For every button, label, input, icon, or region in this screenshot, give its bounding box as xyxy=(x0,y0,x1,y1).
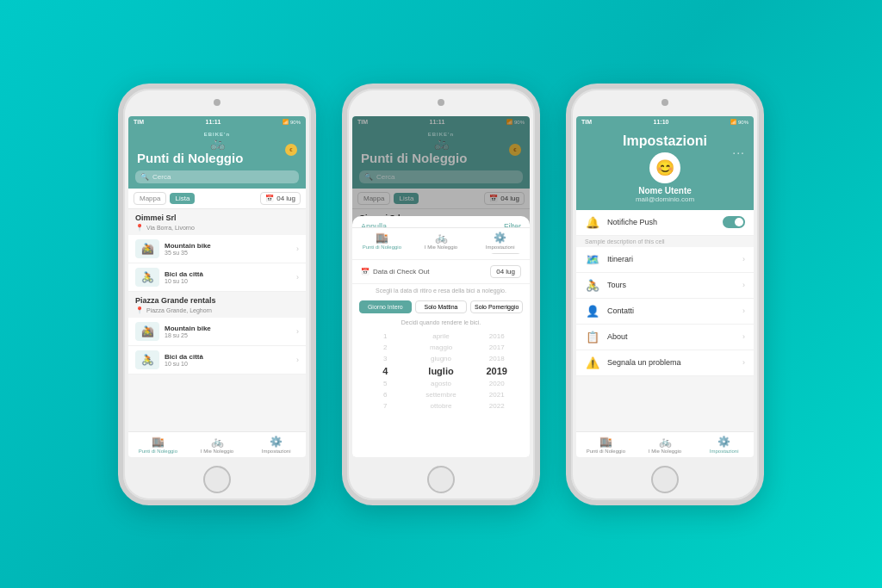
tab-mappa-1[interactable]: Mappa xyxy=(134,192,166,205)
carrier-1: TIM xyxy=(134,119,144,125)
rental-item-1-1-0[interactable]: 🚵 Mountain bike 18 su 25 › xyxy=(128,318,306,346)
user-email: mail@dominio.com xyxy=(636,195,694,203)
nav-imp-icon-3: ⚙️ xyxy=(717,436,730,448)
phone-3: TIM 11:10 📶 90% Impostazioni ··· 😊 Nome … xyxy=(566,84,764,505)
nav-imp-3[interactable]: ⚙️ Impostazioni xyxy=(694,436,754,454)
more-icon[interactable]: ··· xyxy=(732,145,745,159)
push-toggle[interactable] xyxy=(723,216,745,228)
contacts-icon: 👤 xyxy=(585,305,600,318)
pin-icon-1-0: 📍 xyxy=(135,224,144,232)
home-btn-2[interactable] xyxy=(427,466,455,493)
date-btn-1[interactable]: 📅 04 lug xyxy=(260,192,301,205)
chevron-icon-segnala: › xyxy=(742,358,745,367)
nav-imp-2[interactable]: ⚙️ Impostazioni xyxy=(470,232,530,250)
picker-day-col: 1 2 3 4 5 6 7 xyxy=(361,331,410,411)
check-out-value[interactable]: 04 lug xyxy=(490,265,521,278)
status-bar-1: TIM 11:11 📶 90% xyxy=(128,116,306,128)
picker-year-7: 2022 xyxy=(489,401,505,411)
tab-lista-1[interactable]: Lista xyxy=(170,193,195,204)
chevron-icon-1-0-0: › xyxy=(296,244,299,253)
settings-item-about[interactable]: 📋 About › xyxy=(576,325,754,350)
nav-punti-3[interactable]: 🏬 Punti di Noleggio xyxy=(576,436,636,454)
notifications-label: Notifiche Push xyxy=(607,218,716,226)
settings-item-itinerari[interactable]: 🗺️ Itinerari › xyxy=(576,247,754,273)
screen-3: TIM 11:10 📶 90% Impostazioni ··· 😊 Nome … xyxy=(576,116,754,457)
rental-item-1-0-1[interactable]: 🚴 Bici da città 10 su 10 › xyxy=(128,263,306,292)
nav-mie-label-3: I Mie Noleggio xyxy=(649,449,681,454)
home-btn-1[interactable] xyxy=(203,466,231,493)
screen-1: TIM 11:11 📶 90% EBIKE'n 🚲 € Punti di Nol… xyxy=(128,116,306,457)
bike-icon-mountain-2: 🚵 xyxy=(135,322,159,341)
calendar-icon-1: 📅 xyxy=(265,195,274,202)
nav-imp-label-1: Impostazioni xyxy=(262,449,291,454)
nav-mie-icon-3: 🚲 xyxy=(659,436,672,448)
nav-mie-icon-2: 🚲 xyxy=(435,232,448,244)
chevron-icon-about: › xyxy=(742,332,745,341)
logo-bike-1: 🚲 xyxy=(210,137,225,149)
group-loc-1-1: 📍 Piazza Grande, Leghorn xyxy=(128,306,306,318)
picker-year-1: 2016 xyxy=(489,331,505,341)
nav-imp-1[interactable]: ⚙️ Impostazioni xyxy=(246,436,306,454)
home-btn-3[interactable] xyxy=(651,466,679,493)
rental-info-1-0-0: Mountain bike 35 su 35 xyxy=(165,242,291,256)
settings-item-tours[interactable]: 🚴 Tours › xyxy=(576,273,754,299)
bottom-nav-3: 🏬 Punti di Noleggio 🚲 I Mie Noleggio ⚙️ … xyxy=(576,431,754,457)
notifications-desc: Sample description of this cell xyxy=(576,236,754,247)
status-bar-3: TIM 11:10 📶 90% xyxy=(576,116,754,128)
segnala-label: Segnala un problema xyxy=(607,358,736,367)
time-btns: Giorno Intero Solo Mattina Solo Pomerigg… xyxy=(352,297,530,317)
nav-punti-icon-3: 🏬 xyxy=(599,436,612,448)
bike-icon-city-1: 🚴 xyxy=(135,268,159,287)
user-name: Nome Utente xyxy=(638,186,692,195)
picker-day-selected: 4 xyxy=(382,365,388,377)
pin-icon-1-1: 📍 xyxy=(135,306,144,314)
picker-month-3: giugno xyxy=(431,354,451,363)
time-3: 11:10 xyxy=(654,119,669,125)
rental-item-1-0-0[interactable]: 🚵 Mountain bike 35 su 35 › xyxy=(128,235,306,263)
picker-month-2: maggio xyxy=(430,343,452,352)
picker-month-1: aprile xyxy=(432,331,450,341)
rental-info-1-1-1: Bici da città 10 su 10 xyxy=(165,353,291,367)
phone-2: TIM 11:11 📶 90% EBIKE'n 🚲 € Punti di Nol… xyxy=(342,84,540,505)
group-name-1-1: Piazza Grande rentals xyxy=(128,292,306,306)
about-icon: 📋 xyxy=(585,331,600,344)
nav-punti-label-3: Punti di Noleggio xyxy=(587,449,625,454)
nav-mie-label-2: I Mie Noleggio xyxy=(425,244,457,250)
picker-day-3: 3 xyxy=(383,354,387,363)
nav-punti-2[interactable]: 🏬 Punti di Noleggio xyxy=(352,232,412,250)
app-header-1: EBIKE'n 🚲 € Punti di Noleggio xyxy=(128,128,306,170)
nav-imp-icon-1: ⚙️ xyxy=(270,436,283,448)
battery-3: 📶 90% xyxy=(730,119,748,125)
time-decide: Decidi quando rendere le bici. xyxy=(352,317,530,328)
picker-month-7: ottobre xyxy=(431,401,452,411)
time-btn-giorno[interactable]: Giorno Intero xyxy=(359,300,412,313)
settings-item-notifications[interactable]: 🔔 Notifiche Push xyxy=(576,210,754,236)
contatti-label: Contatti xyxy=(607,306,736,315)
warning-icon: ⚠️ xyxy=(585,356,600,369)
group-loc-1-0: 📍 Via Borra, Livorno xyxy=(128,224,306,235)
settings-item-segnala[interactable]: ⚠️ Segnala un problema › xyxy=(576,350,754,376)
picker-day-1: 1 xyxy=(383,331,387,341)
bottom-nav-1: 🏬 Punti di Noleggio 🚲 I Mie Noleggio ⚙️ … xyxy=(128,431,306,457)
nav-imp-icon-2: ⚙️ xyxy=(494,232,506,244)
bike-icon-mountain-1: 🚵 xyxy=(135,239,159,258)
picker-month-selected: luglio xyxy=(428,365,453,377)
bike-tour-icon: 🚴 xyxy=(585,279,600,292)
about-label: About xyxy=(607,332,736,341)
nav-punti-1[interactable]: 🏬 Punti di Noleggio xyxy=(128,436,188,454)
rental-list-1: Oimmei Srl 📍 Via Borra, Livorno 🚵 Mounta… xyxy=(128,209,306,431)
nav-mie-3[interactable]: 🚲 I Mie Noleggio xyxy=(636,436,695,454)
nav-mie-1[interactable]: 🚲 I Mie Noleggio xyxy=(188,436,247,454)
chevron-icon-1-0-1: › xyxy=(296,273,299,282)
search-input-wrap-1[interactable]: 🔍 Cerca xyxy=(135,170,299,183)
rental-info-1-1-0: Mountain bike 18 su 25 xyxy=(165,325,291,338)
settings-item-contatti[interactable]: 👤 Contatti › xyxy=(576,299,754,325)
time-btn-mattina[interactable]: Solo Mattina xyxy=(415,300,468,313)
itinerari-label: Itinerari xyxy=(607,255,736,263)
bell-icon: 🔔 xyxy=(585,216,600,229)
rental-item-1-1-1[interactable]: 🚴 Bici da città 10 su 10 › xyxy=(128,346,306,374)
time-btn-pomeriggio[interactable]: Solo Pomeriggio xyxy=(470,300,523,313)
picker-wrap[interactable]: 1 2 3 4 5 6 7 aprile maggio giugno lugli… xyxy=(352,328,530,414)
tab-row-1: Mappa Lista 📅 04 lug xyxy=(128,189,306,209)
nav-mie-2[interactable]: 🚲 I Mie Noleggio xyxy=(412,232,471,250)
